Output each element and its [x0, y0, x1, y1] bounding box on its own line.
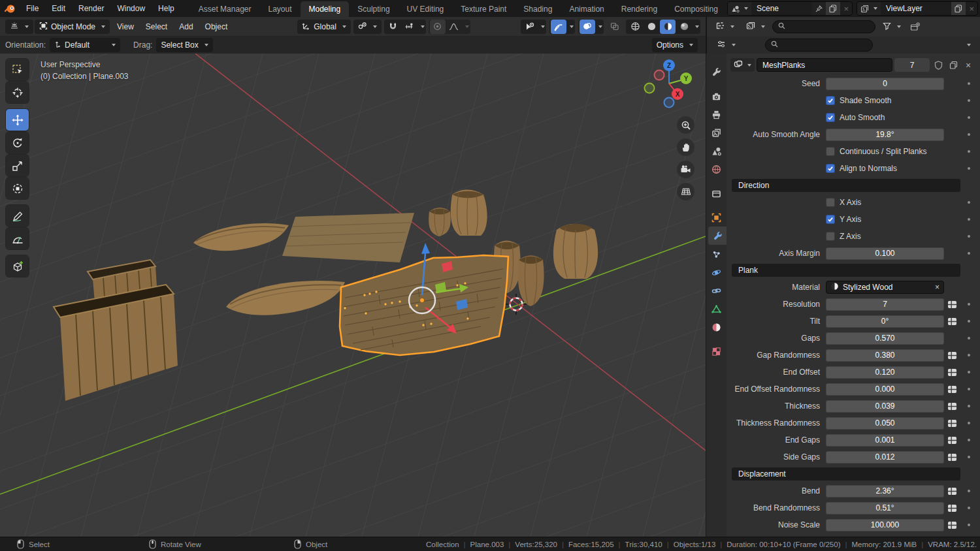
value-field-axis-margin[interactable]: 0.100: [826, 247, 944, 260]
value-field-gaps[interactable]: 0.570: [826, 332, 944, 345]
shading-material-icon[interactable]: [660, 20, 676, 34]
attr-slot[interactable]: [944, 502, 960, 514]
tab-rendering[interactable]: Rendering: [613, 1, 666, 17]
axis-z-ball[interactable]: Z: [663, 59, 675, 71]
value-field-thickness[interactable]: 0.039: [826, 400, 944, 413]
ortho-toggle-icon[interactable]: [677, 183, 694, 200]
modifier-name-field[interactable]: MeshPlanks: [757, 58, 892, 72]
mode-selector[interactable]: Object Mode: [35, 20, 110, 34]
attr-slot[interactable]: [944, 400, 960, 413]
checkbox-align-to-normals[interactable]: Align to Normals: [826, 164, 960, 173]
properties-tab-collection[interactable]: [706, 184, 727, 202]
barrel[interactable]: [429, 208, 451, 236]
pivot-point-selector[interactable]: [353, 20, 382, 34]
scene-name[interactable]: Scene: [751, 2, 812, 15]
tab-asset-manager[interactable]: Asset Manager: [190, 1, 260, 17]
viewport-menu-add[interactable]: Add: [173, 22, 199, 31]
tool-transform[interactable]: [6, 178, 29, 199]
scene-selector[interactable]: Scene ×: [727, 1, 853, 16]
axis-neg-z-ball[interactable]: [664, 98, 674, 108]
navigation-gizmo[interactable]: Z Y X: [643, 57, 695, 110]
value-field-resolution[interactable]: 7: [826, 298, 944, 311]
animate-decorator-dot[interactable]: [960, 524, 977, 526]
snap-magnet-icon[interactable]: [385, 20, 401, 34]
dropdown-chevron[interactable]: [967, 44, 971, 46]
falloff-curve-icon[interactable]: [446, 20, 462, 34]
animate-decorator-dot[interactable]: [960, 405, 977, 407]
animate-decorator-dot[interactable]: [960, 167, 977, 170]
snap-target-icon[interactable]: [402, 20, 417, 34]
options-button[interactable]: Options: [652, 38, 698, 52]
outliner-search[interactable]: [772, 20, 875, 33]
close-icon[interactable]: ×: [840, 2, 852, 15]
checkbox-continuous-split-planks[interactable]: Continuous / Split Planks: [826, 147, 960, 156]
animate-decorator-dot[interactable]: [960, 252, 977, 255]
checkbox-x-axis[interactable]: X Axis: [826, 198, 960, 207]
properties-tab-texture[interactable]: [706, 342, 727, 360]
tab-sculpting[interactable]: Sculpting: [349, 1, 398, 17]
properties-tab-scene[interactable]: [706, 142, 727, 160]
gizmo-visibility-icon[interactable]: [522, 20, 538, 34]
menu-render[interactable]: Render: [72, 4, 110, 13]
display-mode-button[interactable]: [742, 20, 770, 34]
value-field-end-offset[interactable]: 0.120: [826, 366, 944, 379]
attr-slot[interactable]: [944, 417, 960, 430]
shading-solid-icon[interactable]: [644, 20, 659, 34]
viewport-menu-select[interactable]: Select: [140, 22, 173, 31]
tool-rotate[interactable]: [6, 132, 29, 153]
properties-tab-particles[interactable]: [706, 245, 727, 263]
tab-shading[interactable]: Shading: [515, 1, 561, 17]
animate-decorator-dot[interactable]: [960, 422, 977, 424]
blender-logo-icon[interactable]: [0, 0, 20, 17]
barrel[interactable]: [518, 255, 544, 306]
menu-edit[interactable]: Edit: [45, 4, 72, 13]
menu-file[interactable]: File: [20, 4, 45, 13]
tool-move[interactable]: [6, 109, 29, 131]
checkbox-auto-smooth[interactable]: Auto Smooth: [826, 113, 960, 122]
close-icon[interactable]: ×: [962, 58, 975, 72]
plank-floor[interactable]: [282, 213, 414, 262]
value-field-noise-scale[interactable]: 100.000: [826, 519, 944, 531]
axis-neg-x-ball[interactable]: [655, 71, 664, 80]
attr-slot[interactable]: [944, 485, 960, 497]
animate-decorator-dot[interactable]: [960, 99, 977, 102]
duplicate-icon[interactable]: [947, 58, 960, 72]
properties-tab-modifiers[interactable]: [708, 227, 727, 245]
transform-orientation-selector[interactable]: Global: [297, 20, 351, 34]
axis-neg-y-ball[interactable]: [645, 84, 655, 93]
pin-icon[interactable]: [812, 2, 826, 15]
animate-decorator-dot[interactable]: [960, 218, 977, 221]
shading-rendered-icon[interactable]: [676, 20, 692, 34]
animate-decorator-dot[interactable]: [960, 116, 977, 119]
pan-hand-icon[interactable]: [677, 138, 694, 156]
animate-decorator-dot[interactable]: [960, 354, 977, 356]
zoom-icon[interactable]: [677, 116, 694, 134]
properties-tab-render[interactable]: [706, 87, 727, 105]
filter-button[interactable]: [878, 20, 906, 34]
wood-stump[interactable]: [553, 224, 598, 279]
shield-icon[interactable]: [932, 58, 945, 72]
new-collection-icon[interactable]: [908, 20, 921, 34]
value-field-thickness-randomness[interactable]: 0.050: [826, 417, 944, 430]
tab-texture-paint[interactable]: Texture Paint: [452, 1, 515, 17]
properties-search-input[interactable]: [781, 40, 867, 50]
animate-decorator-dot[interactable]: [960, 82, 977, 85]
tab-animation[interactable]: Animation: [561, 1, 612, 17]
section-header-direction[interactable]: Direction: [732, 179, 960, 192]
properties-tab-physics[interactable]: [706, 263, 727, 281]
tool-annotate[interactable]: [6, 205, 29, 227]
animate-decorator-dot[interactable]: [960, 439, 977, 441]
attr-slot[interactable]: [944, 349, 960, 362]
value-field-end-offset-randomness[interactable]: 0.000: [826, 383, 944, 396]
animate-decorator-dot[interactable]: [960, 507, 977, 509]
value-field-tilt[interactable]: 0°: [826, 315, 944, 328]
duplicate-icon[interactable]: [826, 2, 840, 15]
material-field[interactable]: Stylized Wood×: [826, 281, 944, 294]
canoe[interactable]: [226, 281, 345, 315]
camera-view-icon[interactable]: [677, 161, 694, 178]
tab-layout[interactable]: Layout: [259, 1, 300, 17]
attr-slot[interactable]: [944, 366, 960, 379]
modifier-type-button[interactable]: [730, 58, 755, 72]
axis-y-ball[interactable]: Y: [680, 72, 692, 84]
close-icon[interactable]: ×: [966, 2, 977, 15]
